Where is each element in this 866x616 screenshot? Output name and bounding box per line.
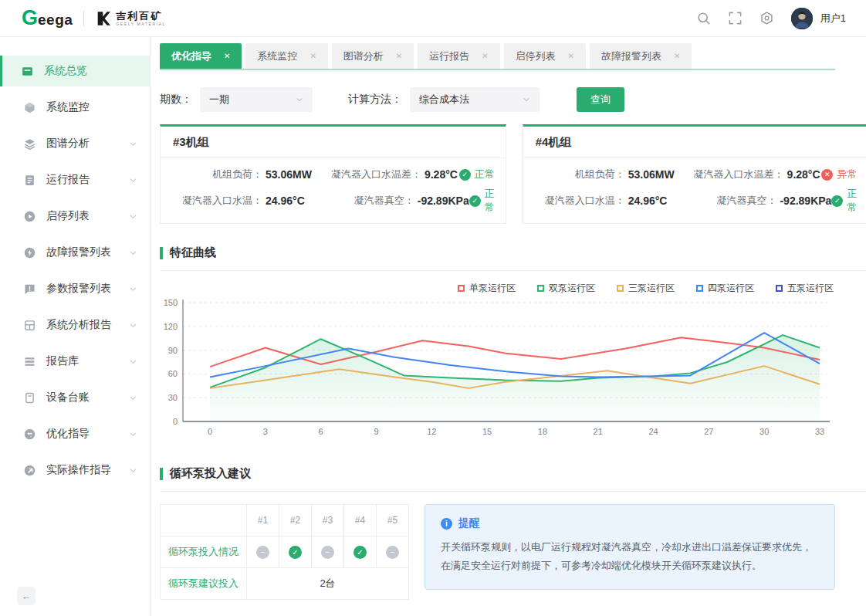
legend-swatch <box>537 285 544 292</box>
minus-circle-icon: − <box>386 546 399 559</box>
legend-swatch <box>617 285 624 292</box>
sidebar-item-label: 故障报警列表 <box>46 245 119 259</box>
corner-cell <box>161 505 247 536</box>
status-text: 正常 <box>475 168 495 181</box>
sidebar-item-ledger[interactable]: 设备台账 <box>0 382 150 413</box>
notice-box: i 提醒 开关循环泵规则，以电厂运行规程对凝汽器真空，冷却水进出口温差保证要求优… <box>425 504 835 590</box>
close-icon[interactable]: ✕ <box>396 52 402 60</box>
brand-area: G eega 吉利百矿 GEELY MATERIAL <box>22 8 166 29</box>
tab-启停列表[interactable]: 启停列表✕ <box>504 43 586 69</box>
unit-card-title: #4机组 <box>523 127 866 158</box>
geega-logo-g: G <box>22 8 38 29</box>
tab-系统监控[interactable]: 系统监控✕ <box>245 43 327 69</box>
close-icon[interactable]: ✕ <box>674 52 680 60</box>
metric-value: 24.96°C <box>266 195 305 207</box>
status-badge: ✓正常 <box>831 187 857 215</box>
metric-row: 凝汽器入口水温：24.96°C凝汽器真空：-92.89KPa✓正常 <box>534 188 858 214</box>
grid-icon <box>23 319 36 332</box>
close-icon[interactable]: ✕ <box>568 52 574 60</box>
sidebar-item-label: 系统总览 <box>44 64 137 78</box>
topbar-actions: 用户1 <box>696 8 846 29</box>
sidebar-collapse-button[interactable]: ← <box>17 587 36 605</box>
sidebar-item-layers[interactable]: 图谱分析 <box>0 128 150 159</box>
info-icon: i <box>441 518 452 530</box>
tab-label: 故障报警列表 <box>601 49 661 63</box>
tab-运行报告[interactable]: 运行报告✕ <box>418 43 499 69</box>
legend-label: 五泵运行区 <box>787 282 834 295</box>
fullscreen-icon[interactable] <box>728 11 743 25</box>
status-badge: ✓正常 <box>469 187 495 215</box>
column-header: #5 <box>377 505 409 536</box>
metric: 凝汽器入口水温：24.96°C <box>534 194 668 208</box>
legend-item-五泵运行区[interactable]: 五泵运行区 <box>776 282 834 295</box>
chevron-down-icon <box>129 140 137 148</box>
tab-优化指导[interactable]: 优化指导✕ <box>160 43 242 69</box>
column-header: #3 <box>312 505 344 536</box>
sidebar-item-report[interactable]: 运行报告 <box>0 164 150 195</box>
sidebar-item-comment[interactable]: 参数报警列表 <box>0 273 150 304</box>
query-button[interactable]: 查询 <box>577 87 624 112</box>
sidebar-item-bolt[interactable]: 故障报警列表 <box>0 237 150 268</box>
tab-图谱分析[interactable]: 图谱分析✕ <box>332 43 414 69</box>
legend-item-三泵运行区[interactable]: 三泵运行区 <box>617 282 675 295</box>
legend-swatch <box>458 285 465 292</box>
method-select[interactable]: 综合成本法 <box>410 87 540 112</box>
curve-section-title: 特征曲线 <box>170 245 216 260</box>
legend-item-单泵运行区[interactable]: 单泵运行区 <box>458 282 516 295</box>
column-header: #2 <box>279 505 312 536</box>
curve-section-head: 特征曲线 <box>160 245 835 260</box>
tab-故障报警列表[interactable]: 故障报警列表✕ <box>590 43 692 69</box>
chevron-down-icon <box>129 176 137 184</box>
close-icon[interactable]: ✕ <box>482 52 488 60</box>
monitor-icon <box>23 101 36 114</box>
sidebar-item-optimize[interactable]: 优化指导 <box>0 418 150 449</box>
metric-value: 9.28°C <box>425 168 458 181</box>
library-icon <box>23 355 36 368</box>
notice-body: 开关循环泵规则，以电厂运行规程对凝汽器真空，冷却水进出口温差保证要求优先，在满足… <box>441 538 819 575</box>
sidebar-item-label: 图谱分析 <box>46 137 119 151</box>
geely-logo: 吉利百矿 GEELY MATERIAL <box>95 10 166 27</box>
sidebar-item-overview[interactable]: 系统总览 <box>0 56 150 86</box>
metric-row: 机组负荷：53.06MW凝汽器入口水温差：9.28°C✕异常 <box>534 161 858 188</box>
method-label: 计算方法： <box>348 93 402 107</box>
sidebar-item-library[interactable]: 报告库 <box>0 346 150 377</box>
svg-text:3: 3 <box>263 427 268 436</box>
sidebar-item-label: 启停列表 <box>46 209 119 223</box>
legend-label: 四泵运行区 <box>708 282 754 295</box>
legend-item-四泵运行区[interactable]: 四泵运行区 <box>696 282 754 295</box>
close-icon[interactable]: ✕ <box>224 52 230 60</box>
metric: 凝汽器入口水温差：9.28°C <box>675 168 820 181</box>
sidebar-item-monitor[interactable]: 系统监控 <box>0 92 150 123</box>
practical-icon <box>23 464 36 477</box>
tab-label: 运行报告 <box>429 49 469 63</box>
search-icon[interactable] <box>696 11 711 25</box>
method-select-value: 综合成本法 <box>419 93 469 107</box>
status-badge: ✓正常 <box>459 168 495 181</box>
metric-value: -92.89KPa <box>418 195 469 207</box>
metric-value: 9.28°C <box>787 168 820 181</box>
metric-value: 24.96°C <box>628 195 668 207</box>
period-select[interactable]: 一期 <box>200 87 313 112</box>
section-bar <box>160 247 163 259</box>
sidebar-item-grid[interactable]: 系统分析报告 <box>0 310 150 340</box>
status-text: 正常 <box>847 187 857 215</box>
legend-item-双泵运行区[interactable]: 双泵运行区 <box>537 282 595 295</box>
sidebar-item-practical[interactable]: 实际操作指导 <box>0 455 150 486</box>
pump-status-cell: ✓ <box>344 536 377 568</box>
legend-label: 三泵运行区 <box>628 282 675 295</box>
notice-title: 提醒 <box>458 516 480 530</box>
minus-circle-icon: − <box>256 546 269 559</box>
avatar[interactable] <box>791 8 813 29</box>
user-name[interactable]: 用户1 <box>820 12 846 25</box>
sidebar-item-label: 报告库 <box>46 354 119 368</box>
close-icon[interactable]: ✕ <box>310 52 316 60</box>
pump-status-cell: ✓ <box>279 536 312 568</box>
sidebar-item-label: 实际操作指导 <box>46 463 119 477</box>
svg-text:60: 60 <box>168 369 178 378</box>
period-select-value: 一期 <box>209 93 229 107</box>
pump-status-cell: − <box>377 536 409 568</box>
svg-text:90: 90 <box>168 346 178 355</box>
gear-icon[interactable] <box>759 11 774 25</box>
sidebar: 系统总览系统监控图谱分析运行报告启停列表故障报警列表参数报警列表系统分析报告报告… <box>0 37 151 616</box>
sidebar-item-play[interactable]: 启停列表 <box>0 201 150 232</box>
